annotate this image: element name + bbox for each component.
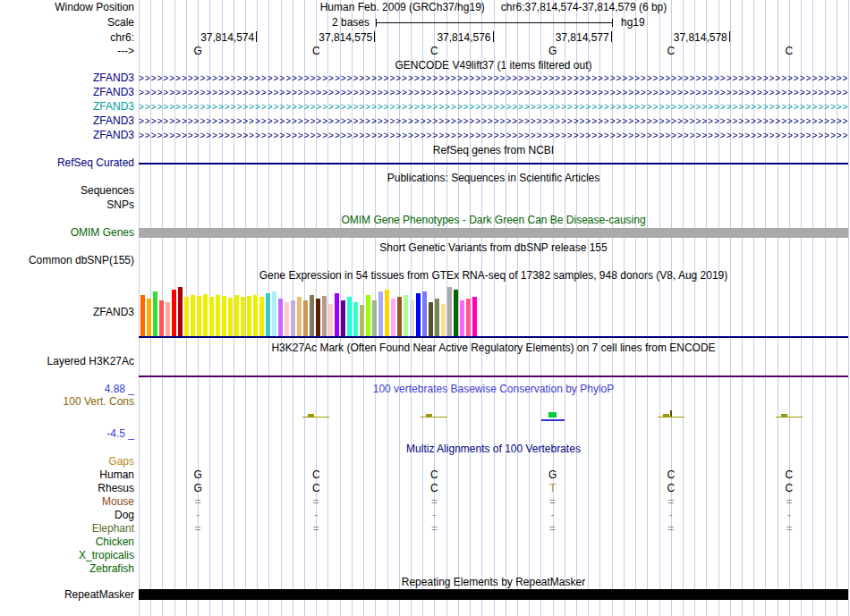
h3k27ac-track-label[interactable]: Layered H3K27Ac xyxy=(0,356,134,367)
gtex-expression-bar[interactable] xyxy=(360,305,364,336)
phylop-mark-olive-line[interactable] xyxy=(302,417,329,418)
repeatmasker-bar[interactable] xyxy=(139,589,848,600)
phylop-mark-olive-tick[interactable] xyxy=(426,414,432,417)
gencode-gene-label[interactable]: ZFAND3 xyxy=(0,72,134,84)
gtex-expression-bar[interactable] xyxy=(259,297,264,336)
gtex-expression-bar[interactable] xyxy=(285,302,289,336)
phylop-mark-olive-line[interactable] xyxy=(658,417,684,418)
gtex-expression-bar[interactable] xyxy=(159,300,164,336)
phylop-mark-blue-line[interactable] xyxy=(541,419,565,421)
omim-genes-label[interactable]: OMIM Genes xyxy=(0,227,134,239)
gtex-expression-bar[interactable] xyxy=(291,300,295,336)
gtex-expression-bar[interactable] xyxy=(228,298,233,336)
gtex-expression-bar[interactable] xyxy=(372,300,377,336)
gtex-expression-bar[interactable] xyxy=(172,290,176,336)
gencode-gene-arrows[interactable]: >>>>>>>>>>>>>>>>>>>>>>>>>>>>>>>>>>>>>>>>… xyxy=(139,115,848,127)
multiz-species-label[interactable]: Human xyxy=(0,469,134,481)
multiz-species-label[interactable]: Rhesus xyxy=(0,483,134,494)
gtex-expression-bar[interactable] xyxy=(178,287,183,336)
gtex-expression-bar[interactable] xyxy=(247,296,251,336)
gtex-expression-bar[interactable] xyxy=(366,295,370,336)
gtex-expression-bar[interactable] xyxy=(316,299,320,336)
gtex-expression-bar[interactable] xyxy=(422,291,427,336)
gtex-expression-bar[interactable] xyxy=(435,299,439,336)
gtex-expression-bar[interactable] xyxy=(416,293,421,336)
gtex-expression-bar[interactable] xyxy=(322,296,327,336)
omim-genes-bar[interactable] xyxy=(139,228,848,238)
gtex-expression-bar[interactable] xyxy=(328,304,333,336)
phylop-mark-olive-tick[interactable] xyxy=(781,414,787,417)
gtex-expression-bar[interactable] xyxy=(191,295,195,336)
gtex-expression-bar[interactable] xyxy=(460,300,464,336)
gtex-expression-bar[interactable] xyxy=(222,296,226,336)
gtex-expression-bar[interactable] xyxy=(153,291,157,336)
gtex-expression-bar[interactable] xyxy=(454,290,458,336)
scale-value: 2 bases xyxy=(139,17,370,29)
gencode-gene-label[interactable]: ZFAND3 xyxy=(0,87,134,98)
gencode-gene-arrows[interactable]: >>>>>>>>>>>>>>>>>>>>>>>>>>>>>>>>>>>>>>>>… xyxy=(139,87,848,98)
gtex-expression-bar[interactable] xyxy=(410,300,414,336)
multiz-species-label[interactable]: Mouse xyxy=(0,496,134,508)
gtex-expression-bar[interactable] xyxy=(353,302,358,336)
multiz-species-label[interactable]: Gaps xyxy=(0,456,134,468)
sequences-track-label[interactable]: Sequences xyxy=(0,185,134,197)
phylop-track-label[interactable]: 100 Vert. Cons xyxy=(0,396,134,408)
gtex-expression-bar[interactable] xyxy=(234,295,239,336)
gtex-expression-bar[interactable] xyxy=(216,295,220,336)
repeatmasker-track-label[interactable]: RepeatMasker xyxy=(0,589,134,601)
gencode-gene-arrows[interactable]: >>>>>>>>>>>>>>>>>>>>>>>>>>>>>>>>>>>>>>>>… xyxy=(139,101,848,113)
gencode-gene-arrows[interactable]: >>>>>>>>>>>>>>>>>>>>>>>>>>>>>>>>>>>>>>>>… xyxy=(139,72,848,84)
gtex-expression-bar[interactable] xyxy=(441,304,446,336)
gtex-expression-bar[interactable] xyxy=(391,299,395,336)
h3k27ac-signal-line[interactable] xyxy=(139,376,848,377)
gtex-expression-bar[interactable] xyxy=(266,293,270,336)
gtex-expression-bar[interactable] xyxy=(404,295,408,336)
gtex-expression-bar[interactable] xyxy=(278,299,283,336)
gtex-expression-bar[interactable] xyxy=(184,297,189,336)
gtex-expression-bar[interactable] xyxy=(253,295,258,336)
multiz-species-label[interactable]: Chicken xyxy=(0,536,134,548)
multiz-species-label[interactable]: Elephant xyxy=(0,523,134,535)
gtex-expression-bar[interactable] xyxy=(303,300,308,336)
multiz-species-label[interactable]: Zebrafish xyxy=(0,563,134,575)
refseq-curated-label[interactable]: RefSeq Curated xyxy=(0,157,134,169)
phylop-mark-olive-line[interactable] xyxy=(421,417,447,418)
gtex-expression-bar[interactable] xyxy=(203,294,208,336)
dbsnp-track-label[interactable]: Common dbSNP(155) xyxy=(0,255,134,266)
phylop-mark-spike[interactable] xyxy=(670,410,672,417)
gencode-gene-label[interactable]: ZFAND3 xyxy=(0,101,134,113)
gencode-gene-label[interactable]: ZFAND3 xyxy=(0,130,134,141)
gtex-expression-bar[interactable] xyxy=(385,290,389,336)
chromosome-label: chr6: xyxy=(0,32,134,44)
gtex-expression-bar[interactable] xyxy=(209,297,214,336)
gtex-expression-bar[interactable] xyxy=(140,295,145,336)
gtex-expression-bar[interactable] xyxy=(241,297,245,336)
gtex-expression-bar[interactable] xyxy=(272,291,276,336)
phylop-mark-green-box[interactable] xyxy=(548,412,557,418)
gtex-expression-bar[interactable] xyxy=(347,297,352,336)
gtex-expression-bar[interactable] xyxy=(310,295,314,336)
refseq-curated-bar[interactable] xyxy=(139,163,848,165)
gtex-expression-bar[interactable] xyxy=(197,296,201,336)
gencode-gene-arrows[interactable]: >>>>>>>>>>>>>>>>>>>>>>>>>>>>>>>>>>>>>>>>… xyxy=(139,130,848,141)
phylop-mark-olive-tick[interactable] xyxy=(663,414,669,417)
gridline xyxy=(848,0,849,616)
gtex-expression-bar[interactable] xyxy=(378,291,383,336)
gtex-gene-label[interactable]: ZFAND3 xyxy=(0,307,134,318)
gtex-expression-bar[interactable] xyxy=(341,300,345,336)
snps-track-label[interactable]: SNPs xyxy=(0,199,134,211)
gencode-gene-label[interactable]: ZFAND3 xyxy=(0,115,134,127)
gtex-expression-bar[interactable] xyxy=(147,299,151,336)
gtex-expression-bar[interactable] xyxy=(166,302,170,336)
gtex-expression-bar[interactable] xyxy=(466,299,471,336)
gtex-expression-bar[interactable] xyxy=(335,293,339,336)
multiz-species-label[interactable]: X_tropicalis xyxy=(0,550,134,561)
phylop-mark-olive-line[interactable] xyxy=(776,417,803,418)
gtex-expression-bar[interactable] xyxy=(447,287,452,336)
phylop-mark-olive-tick[interactable] xyxy=(308,414,314,417)
multiz-species-label[interactable]: Dog xyxy=(0,510,134,521)
gtex-expression-bar[interactable] xyxy=(397,297,402,336)
gtex-expression-bar[interactable] xyxy=(472,297,477,336)
gtex-expression-bar[interactable] xyxy=(429,302,433,336)
gtex-expression-bar[interactable] xyxy=(297,297,302,336)
